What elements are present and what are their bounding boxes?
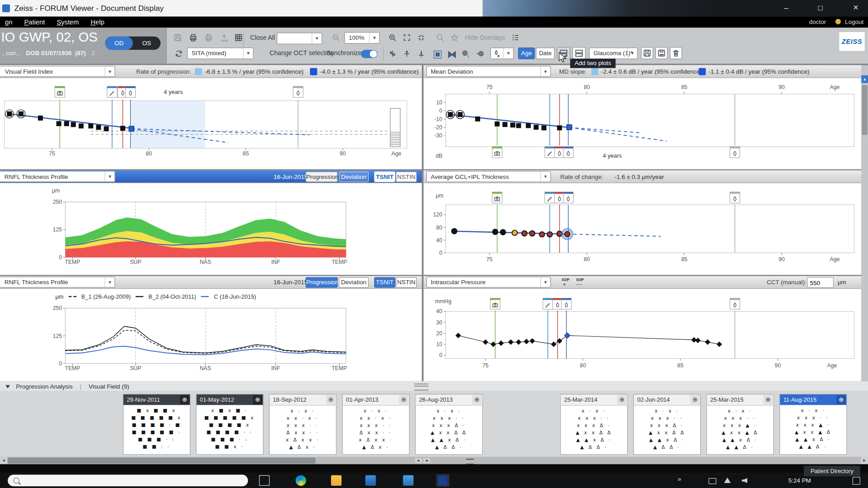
logout-button[interactable]: Logout [845, 18, 863, 25]
iop-chart-type-select[interactable]: Intraocular Pressure▼ [426, 277, 551, 287]
patient-directory-button[interactable]: Patient Directory [804, 466, 860, 476]
reload-icon[interactable] [174, 49, 184, 59]
thumbnail-date-header[interactable]: 29-Nov-2011⊕ [123, 394, 190, 405]
task-view-icon[interactable] [259, 475, 269, 486]
vf-thumbnail-11-Aug-2015[interactable]: 11-Aug-2015⊕x · x ·x x x · ·x x x ▲ ·▲ x… [779, 394, 847, 455]
menu-item-help[interactable]: Help [86, 17, 109, 26]
thumbnail-zoom-icon[interactable]: ⊕ [690, 395, 700, 404]
tray-volume-icon[interactable] [742, 478, 747, 483]
thumbnail-zoom-icon[interactable]: ⊕ [180, 395, 189, 404]
app-icon-2[interactable] [403, 475, 413, 486]
menu-item-patient[interactable]: Patient [19, 17, 50, 26]
iop-add-button[interactable]: IOP + [562, 277, 570, 287]
tray-network-icon[interactable] [724, 478, 731, 483]
rnfl-comp-nstin-button[interactable]: NSTIN [396, 277, 417, 287]
strip-resize-grip[interactable] [414, 384, 429, 391]
close-button[interactable]: × [845, 1, 867, 14]
vfi-chart-type-select[interactable]: Visual Field Index▼ [0, 66, 115, 77]
od-button[interactable]: OD [105, 37, 133, 50]
rnfl-prog-select[interactable]: RNFL Thickness Profile▼ [0, 171, 115, 182]
thumbnail-date-header[interactable]: 02-Jun-2014⊕ [634, 394, 700, 405]
rnfl-comp-select[interactable]: RNFL Thickness Profile▼ [0, 277, 115, 287]
scroll-up-arrow[interactable]: ▲ [861, 75, 868, 83]
analysis-select[interactable]: Glaucoma (1)*▼ [589, 47, 638, 59]
vf-thumbnail-01-Apr-2013[interactable]: 01-Apr-2013⊕x · x ·x x · x ·x x x · ·Δ x… [342, 394, 410, 455]
thumbnail-date-header[interactable]: 11-Aug-2015⊕ [780, 394, 846, 405]
active-app-highlight[interactable] [436, 474, 449, 487]
zoom-out-icon[interactable] [331, 33, 341, 42]
vf-thumbnail-26-Aug-2013[interactable]: 26-Aug-2013⊕x · x ·x x x · ·x x x Δ ·▲ x… [415, 394, 482, 455]
thumbnail-date-header[interactable]: 01-Apr-2013⊕ [343, 394, 409, 405]
hide-overlays-button[interactable]: Hide Overlays [465, 34, 505, 41]
thumbnail-date-header[interactable]: 26-Aug-2013⊕ [416, 394, 482, 405]
xaxis-date-button[interactable]: Date [536, 47, 555, 59]
remove-two-plots-button[interactable] [572, 47, 585, 59]
vertical-scroll-thumb[interactable] [862, 85, 868, 135]
thumbnail-date-header[interactable]: 25-Mar-2015⊕ [707, 394, 774, 405]
gcl-chart-type-select[interactable]: Average GCL+IPL Thickness▼ [426, 171, 551, 182]
search-icon[interactable] [435, 33, 445, 42]
menu-item-truncated[interactable]: on [0, 17, 17, 26]
taskbar-search-input[interactable] [8, 475, 248, 487]
vf-thumbnail-25-Mar-2014[interactable]: 25-Mar-2014⊕x · x ·x x x · ·x x x Δ ·▲ x… [560, 394, 627, 455]
overlay-mode-icon[interactable] [432, 49, 443, 60]
os-button[interactable]: OS [133, 37, 160, 50]
align-center-icon[interactable] [402, 49, 412, 59]
vf-thumbnail-29-Nov-2011[interactable]: 29-Nov-2011⊕■ x ■ ■ x■ ■ ■ ■ ■ x■ ■ ■ ■ … [123, 394, 190, 455]
maximize-button[interactable]: □ [809, 1, 831, 14]
cct-input[interactable] [807, 277, 834, 287]
scroll-left-arrow[interactable]: ◄ [0, 457, 7, 464]
collapse-chevron-1[interactable] [415, 458, 422, 463]
taskbar-clock[interactable]: 5:24 PM [788, 477, 811, 484]
print-preview-icon[interactable] [204, 33, 214, 42]
rnfl-prog-nstin-button[interactable]: NSTIN [396, 172, 417, 182]
save-as-button[interactable] [656, 47, 668, 59]
export-report-icon[interactable] [219, 33, 229, 42]
report-table-icon[interactable] [234, 33, 244, 42]
change-oct-button[interactable]: Change OCT selection [269, 50, 334, 56]
thumbnail-zoom-icon[interactable]: ⊕ [617, 395, 627, 404]
marker-one-icon[interactable]: 1 [461, 49, 471, 59]
thumbnail-zoom-icon[interactable]: ⊕ [764, 395, 773, 404]
iop-list-button[interactable]: IOP···· [576, 277, 584, 287]
align-baseline-icon[interactable] [387, 49, 397, 59]
compare-mode-icon[interactable] [446, 49, 457, 60]
xaxis-age-button[interactable]: Age [518, 47, 535, 59]
print-icon[interactable] [188, 33, 198, 42]
rnfl-prog-deviation-button[interactable]: Deviation [339, 172, 368, 182]
vf-thumbnail-01-May-2012[interactable]: 01-May-2012⊕x ■ x ■ ·■ ■ ■ ■ ■ x■ ■ ■ ■ … [196, 394, 263, 455]
collapse-chevron-2[interactable] [424, 458, 430, 463]
favorite-icon[interactable] [449, 33, 459, 42]
vertical-scrollbar[interactable]: ▲ [861, 65, 868, 381]
save-analysis-button[interactable] [641, 47, 653, 59]
horizontal-scrollbar[interactable]: ◄ ► [0, 457, 868, 464]
rnfl-prog-progression-button[interactable]: Progression [306, 172, 338, 182]
document-select[interactable]: ▼ [277, 33, 322, 44]
app-icon-1[interactable] [365, 475, 376, 486]
fullscreen-icon[interactable] [402, 33, 412, 42]
notification-center-icon[interactable] [853, 477, 860, 485]
thumbnail-date-header[interactable]: 25-Mar-2014⊕ [561, 394, 627, 405]
rnfl-comp-progression-button[interactable]: Progression [306, 277, 338, 287]
tray-display-icon[interactable] [708, 478, 716, 484]
export-icon[interactable] [91, 50, 98, 57]
thumbnail-date-header[interactable]: 01-May-2012⊕ [197, 394, 263, 405]
minimize-button[interactable]: – [775, 1, 797, 14]
thumbnail-zoom-icon[interactable]: ⊕ [326, 395, 335, 404]
synchronize-toggle[interactable] [361, 50, 377, 58]
rnfl-comp-tsnit-button[interactable]: TSNIT [374, 277, 396, 287]
align-bottom-icon[interactable] [416, 49, 426, 59]
event-add-dropdown[interactable]: ▼ [491, 47, 514, 59]
collapse-strip-icon[interactable] [5, 385, 10, 388]
md-chart-type-select[interactable]: Mean Deviation▼ [426, 66, 551, 77]
taskbar-overflow-chevron[interactable]: » [678, 475, 681, 483]
thumbnail-date-header[interactable]: 18-Sep-2012⊕ [269, 394, 336, 405]
delete-analysis-button[interactable] [670, 47, 682, 59]
rnfl-prog-tsnit-button[interactable]: TSNIT [374, 172, 396, 182]
thumbnail-zoom-icon[interactable]: ⊕ [836, 395, 846, 404]
vf-thumbnail-25-Mar-2015[interactable]: 25-Mar-2015⊕x · x ·x x x · ·x x x ▲ ·▲ x… [706, 394, 774, 455]
restore-layout-icon[interactable] [416, 33, 426, 42]
vf-thumbnail-18-Sep-2012[interactable]: 18-Sep-2012⊕x · x ·x x · x ·x x x · ·Δ x… [269, 394, 336, 455]
vf-thumbnail-02-Jun-2014[interactable]: 02-Jun-2014⊕x · x ·x x x · ·x x x Δ ·▲ x… [633, 394, 701, 455]
thumbnail-zoom-icon[interactable]: ⊕ [399, 395, 409, 404]
